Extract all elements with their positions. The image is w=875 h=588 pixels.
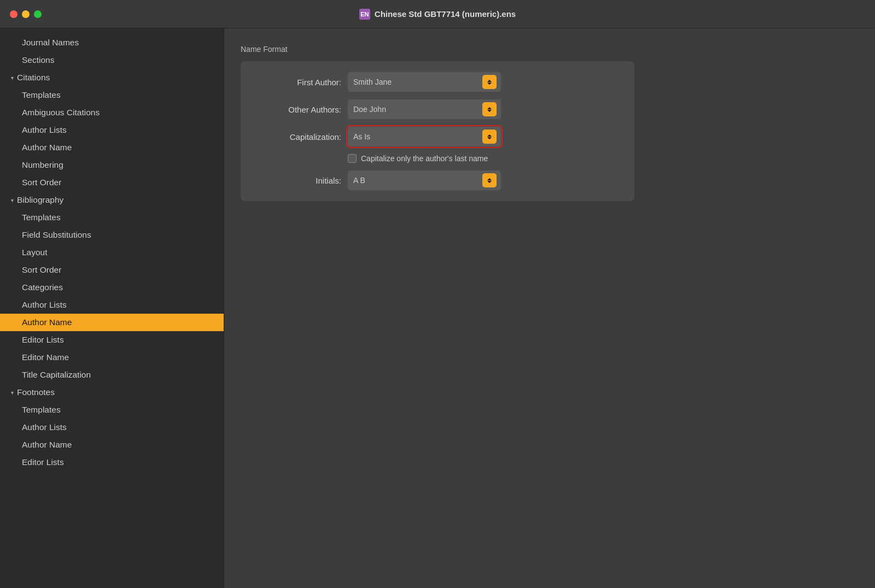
sidebar-item-label: Bibliography xyxy=(17,195,63,205)
arrow-up-icon xyxy=(487,107,492,109)
name-format-panel: First Author: Smith Jane Other Authors: … xyxy=(241,61,634,201)
other-authors-spinner[interactable] xyxy=(482,102,497,116)
sidebar-item-label: Editor Lists xyxy=(22,457,64,467)
sidebar-item-label: Layout xyxy=(22,248,48,257)
capitalization-spinner[interactable] xyxy=(482,130,497,144)
sidebar-item-label: Author Lists xyxy=(22,300,67,310)
sidebar-item-bib-editor-name[interactable]: Editor Name xyxy=(0,349,224,366)
sidebar-item-label: Ambiguous Citations xyxy=(22,108,100,117)
initials-value: A B xyxy=(353,176,365,185)
sidebar-item-cit-sort-order[interactable]: Sort Order xyxy=(0,174,224,191)
sidebar-item-bibliography[interactable]: ▾Bibliography xyxy=(0,191,224,209)
sidebar: Journal NamesSections▾CitationsTemplates… xyxy=(0,28,224,588)
section-label: Name Format xyxy=(241,45,859,54)
content-area: Name Format First Author: Smith Jane Oth… xyxy=(224,28,875,588)
sidebar-item-cit-numbering[interactable]: Numbering xyxy=(0,156,224,174)
capitalization-row: Capitalization: As Is xyxy=(254,127,621,146)
sidebar-item-label: Journal Names xyxy=(22,38,79,48)
sidebar-item-fn-templates[interactable]: Templates xyxy=(0,401,224,419)
sidebar-item-label: Author Name xyxy=(22,143,72,152)
window-title-text: Chinese Std GBT7714 (numeric).ens xyxy=(375,9,516,19)
sidebar-item-bib-templates[interactable]: Templates xyxy=(0,209,224,226)
first-author-spinner[interactable] xyxy=(482,75,497,89)
initials-spinner[interactable] xyxy=(482,173,497,187)
sidebar-item-cit-ambiguous[interactable]: Ambiguous Citations xyxy=(0,104,224,121)
sidebar-item-bib-author-lists[interactable]: Author Lists xyxy=(0,296,224,314)
chevron-down-icon: ▾ xyxy=(11,75,14,81)
sidebar-item-label: Field Substitutions xyxy=(22,230,91,240)
sidebar-item-bib-author-name[interactable]: Author Name xyxy=(0,314,224,331)
sidebar-item-label: Sort Order xyxy=(22,265,61,275)
arrow-down-icon xyxy=(487,137,492,139)
sidebar-item-bib-field-sub[interactable]: Field Substitutions xyxy=(0,226,224,244)
sidebar-item-cit-author-lists[interactable]: Author Lists xyxy=(0,121,224,139)
sidebar-item-bib-editor-lists[interactable]: Editor Lists xyxy=(0,331,224,349)
sidebar-item-label: Title Capitalization xyxy=(22,370,91,380)
sidebar-item-label: Sections xyxy=(22,55,54,65)
first-author-select[interactable]: Smith Jane xyxy=(348,72,501,92)
chevron-down-icon: ▾ xyxy=(11,197,14,203)
capitalization-select[interactable]: As Is xyxy=(348,127,501,146)
capitalization-value: As Is xyxy=(353,132,370,141)
arrow-up-icon xyxy=(487,178,492,180)
main-layout: Journal NamesSections▾CitationsTemplates… xyxy=(0,28,875,588)
capitalize-checkbox[interactable] xyxy=(348,154,357,163)
sidebar-item-label: Citations xyxy=(17,73,50,83)
first-author-row: First Author: Smith Jane xyxy=(254,72,621,92)
other-authors-select[interactable]: Doe John xyxy=(348,99,501,119)
chevron-down-icon: ▾ xyxy=(11,390,14,396)
arrow-up-icon xyxy=(487,80,492,82)
sidebar-item-footnotes[interactable]: ▾Footnotes xyxy=(0,384,224,401)
sidebar-item-label: Footnotes xyxy=(17,387,55,397)
capitalize-checkbox-row: Capitalize only the author's last name xyxy=(254,154,621,163)
sidebar-item-journal-names[interactable]: Journal Names xyxy=(0,34,224,51)
sidebar-item-label: Editor Name xyxy=(22,352,69,362)
sidebar-item-fn-editor-lists[interactable]: Editor Lists xyxy=(0,454,224,471)
app-icon: EN xyxy=(359,9,370,20)
sidebar-item-bib-layout[interactable]: Layout xyxy=(0,244,224,261)
sidebar-item-bib-categories[interactable]: Categories xyxy=(0,279,224,296)
minimize-button[interactable] xyxy=(22,10,30,18)
sidebar-item-label: Author Name xyxy=(22,440,72,450)
sidebar-item-label: Author Lists xyxy=(22,422,67,432)
arrow-down-icon xyxy=(487,83,492,85)
other-authors-label: Other Authors: xyxy=(254,105,341,114)
sidebar-item-sections[interactable]: Sections xyxy=(0,51,224,69)
sidebar-item-bib-sort-order[interactable]: Sort Order xyxy=(0,261,224,279)
sidebar-item-label: Templates xyxy=(22,405,61,415)
capitalization-label: Capitalization: xyxy=(254,132,341,142)
sidebar-item-label: Numbering xyxy=(22,160,63,170)
titlebar: EN Chinese Std GBT7714 (numeric).ens xyxy=(0,0,875,28)
sidebar-item-label: Author Name xyxy=(22,317,72,327)
sidebar-item-label: Templates xyxy=(22,213,61,222)
maximize-button[interactable] xyxy=(34,10,42,18)
arrow-down-icon xyxy=(487,110,492,112)
initials-select[interactable]: A B xyxy=(348,170,501,190)
sidebar-item-cit-templates[interactable]: Templates xyxy=(0,86,224,104)
sidebar-item-label: Editor Lists xyxy=(22,335,64,345)
sidebar-item-citations[interactable]: ▾Citations xyxy=(0,69,224,86)
other-authors-value: Doe John xyxy=(353,105,386,114)
sidebar-item-label: Sort Order xyxy=(22,178,61,187)
close-button[interactable] xyxy=(10,10,18,18)
sidebar-item-label: Categories xyxy=(22,283,63,292)
capitalize-checkbox-label: Capitalize only the author's last name xyxy=(361,154,488,163)
sidebar-item-cit-author-name[interactable]: Author Name xyxy=(0,139,224,156)
window-title: EN Chinese Std GBT7714 (numeric).ens xyxy=(359,9,516,20)
sidebar-item-fn-author-lists[interactable]: Author Lists xyxy=(0,419,224,436)
initials-row: Initials: A B xyxy=(254,170,621,190)
sidebar-item-bib-title-cap[interactable]: Title Capitalization xyxy=(0,366,224,384)
arrow-down-icon xyxy=(487,181,492,183)
first-author-value: Smith Jane xyxy=(353,78,392,86)
sidebar-item-label: Templates xyxy=(22,90,61,100)
window-controls xyxy=(10,10,42,18)
other-authors-row: Other Authors: Doe John xyxy=(254,99,621,119)
arrow-up-icon xyxy=(487,134,492,137)
initials-label: Initials: xyxy=(254,176,341,185)
sidebar-item-label: Author Lists xyxy=(22,125,67,135)
first-author-label: First Author: xyxy=(254,78,341,87)
sidebar-item-fn-author-name[interactable]: Author Name xyxy=(0,436,224,454)
